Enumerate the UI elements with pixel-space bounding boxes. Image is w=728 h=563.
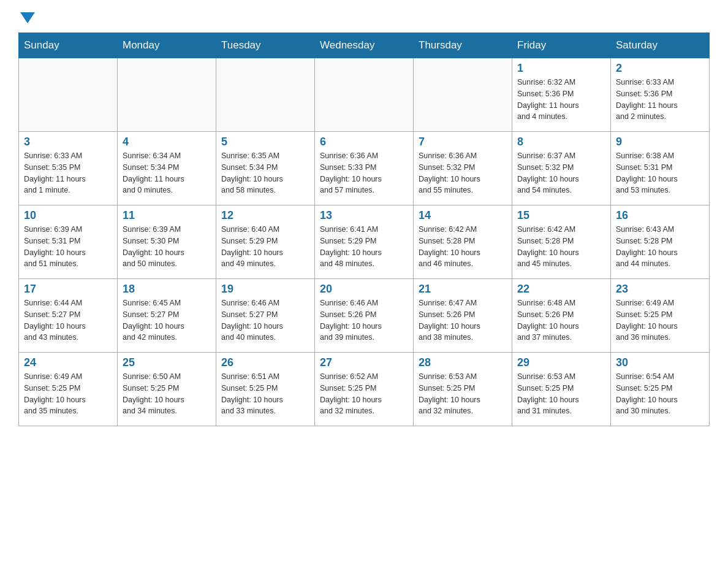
day-info: Sunrise: 6:39 AM Sunset: 5:30 PM Dayligh…	[123, 224, 211, 270]
day-number: 25	[123, 356, 211, 369]
day-number: 5	[221, 136, 309, 148]
day-number: 20	[320, 283, 408, 296]
column-header-tuesday: Tuesday	[216, 33, 315, 58]
calendar-cell: 15Sunrise: 6:42 AM Sunset: 5:28 PM Dayli…	[512, 205, 611, 279]
day-info: Sunrise: 6:39 AM Sunset: 5:31 PM Dayligh…	[24, 224, 112, 270]
day-info: Sunrise: 6:50 AM Sunset: 5:25 PM Dayligh…	[123, 371, 211, 417]
calendar-week-5: 24Sunrise: 6:49 AM Sunset: 5:25 PM Dayli…	[19, 353, 710, 426]
calendar-cell: 1Sunrise: 6:32 AM Sunset: 5:36 PM Daylig…	[512, 58, 611, 132]
calendar-cell: 28Sunrise: 6:53 AM Sunset: 5:25 PM Dayli…	[414, 353, 512, 426]
calendar-cell: 13Sunrise: 6:41 AM Sunset: 5:29 PM Dayli…	[315, 205, 414, 279]
day-info: Sunrise: 6:42 AM Sunset: 5:28 PM Dayligh…	[517, 224, 605, 270]
day-number: 14	[419, 209, 507, 222]
calendar-cell: 29Sunrise: 6:53 AM Sunset: 5:25 PM Dayli…	[512, 353, 611, 426]
day-info: Sunrise: 6:44 AM Sunset: 5:27 PM Dayligh…	[24, 297, 112, 343]
day-number: 30	[616, 356, 704, 369]
calendar-week-4: 17Sunrise: 6:44 AM Sunset: 5:27 PM Dayli…	[19, 279, 710, 353]
calendar-cell: 2Sunrise: 6:33 AM Sunset: 5:36 PM Daylig…	[611, 58, 710, 132]
calendar-cell: 27Sunrise: 6:52 AM Sunset: 5:25 PM Dayli…	[315, 353, 414, 426]
day-info: Sunrise: 6:43 AM Sunset: 5:28 PM Dayligh…	[616, 224, 704, 270]
calendar-cell: 8Sunrise: 6:37 AM Sunset: 5:32 PM Daylig…	[512, 132, 611, 205]
calendar-header-row: SundayMondayTuesdayWednesdayThursdayFrid…	[19, 33, 710, 58]
day-number: 19	[221, 283, 309, 296]
day-info: Sunrise: 6:33 AM Sunset: 5:36 PM Dayligh…	[616, 77, 704, 123]
calendar-cell: 19Sunrise: 6:46 AM Sunset: 5:27 PM Dayli…	[216, 279, 315, 353]
day-number: 11	[123, 209, 211, 222]
calendar-cell	[315, 58, 414, 132]
day-number: 26	[221, 356, 309, 369]
day-info: Sunrise: 6:45 AM Sunset: 5:27 PM Dayligh…	[123, 297, 211, 343]
day-number: 7	[419, 136, 507, 148]
calendar-cell: 22Sunrise: 6:48 AM Sunset: 5:26 PM Dayli…	[512, 279, 611, 353]
day-number: 18	[123, 283, 211, 296]
day-info: Sunrise: 6:34 AM Sunset: 5:34 PM Dayligh…	[123, 150, 211, 196]
day-info: Sunrise: 6:40 AM Sunset: 5:29 PM Dayligh…	[221, 224, 309, 270]
calendar-cell: 12Sunrise: 6:40 AM Sunset: 5:29 PM Dayli…	[216, 205, 315, 279]
day-number: 21	[419, 283, 507, 296]
day-info: Sunrise: 6:46 AM Sunset: 5:27 PM Dayligh…	[221, 297, 309, 343]
calendar-cell: 25Sunrise: 6:50 AM Sunset: 5:25 PM Dayli…	[118, 353, 216, 426]
column-header-wednesday: Wednesday	[315, 33, 414, 58]
column-header-saturday: Saturday	[611, 33, 710, 58]
day-info: Sunrise: 6:35 AM Sunset: 5:34 PM Dayligh…	[221, 150, 309, 196]
calendar-week-1: 1Sunrise: 6:32 AM Sunset: 5:36 PM Daylig…	[19, 58, 710, 132]
calendar-table: SundayMondayTuesdayWednesdayThursdayFrid…	[18, 33, 710, 426]
day-number: 15	[517, 209, 605, 222]
day-info: Sunrise: 6:36 AM Sunset: 5:32 PM Dayligh…	[419, 150, 507, 196]
day-number: 28	[419, 356, 507, 369]
day-info: Sunrise: 6:48 AM Sunset: 5:26 PM Dayligh…	[517, 297, 605, 343]
calendar-cell	[118, 58, 216, 132]
day-number: 2	[616, 62, 704, 75]
calendar-week-3: 10Sunrise: 6:39 AM Sunset: 5:31 PM Dayli…	[19, 205, 710, 279]
day-info: Sunrise: 6:37 AM Sunset: 5:32 PM Dayligh…	[517, 150, 605, 196]
day-info: Sunrise: 6:41 AM Sunset: 5:29 PM Dayligh…	[320, 224, 408, 270]
day-number: 3	[24, 136, 112, 148]
calendar-cell: 16Sunrise: 6:43 AM Sunset: 5:28 PM Dayli…	[611, 205, 710, 279]
column-header-thursday: Thursday	[414, 33, 512, 58]
day-info: Sunrise: 6:53 AM Sunset: 5:25 PM Dayligh…	[517, 371, 605, 417]
calendar-cell: 9Sunrise: 6:38 AM Sunset: 5:31 PM Daylig…	[611, 132, 710, 205]
calendar-cell: 7Sunrise: 6:36 AM Sunset: 5:32 PM Daylig…	[414, 132, 512, 205]
day-info: Sunrise: 6:32 AM Sunset: 5:36 PM Dayligh…	[517, 77, 605, 123]
day-info: Sunrise: 6:33 AM Sunset: 5:35 PM Dayligh…	[24, 150, 112, 196]
day-number: 16	[616, 209, 704, 222]
day-info: Sunrise: 6:53 AM Sunset: 5:25 PM Dayligh…	[419, 371, 507, 417]
calendar-cell: 17Sunrise: 6:44 AM Sunset: 5:27 PM Dayli…	[19, 279, 118, 353]
day-info: Sunrise: 6:49 AM Sunset: 5:25 PM Dayligh…	[616, 297, 704, 343]
day-number: 1	[517, 62, 605, 75]
day-number: 27	[320, 356, 408, 369]
day-number: 22	[517, 283, 605, 296]
day-info: Sunrise: 6:51 AM Sunset: 5:25 PM Dayligh…	[221, 371, 309, 417]
calendar-cell: 18Sunrise: 6:45 AM Sunset: 5:27 PM Dayli…	[118, 279, 216, 353]
day-number: 4	[123, 136, 211, 148]
calendar-cell: 23Sunrise: 6:49 AM Sunset: 5:25 PM Dayli…	[611, 279, 710, 353]
day-info: Sunrise: 6:49 AM Sunset: 5:25 PM Dayligh…	[24, 371, 112, 417]
calendar-cell	[414, 58, 512, 132]
column-header-monday: Monday	[118, 33, 216, 58]
day-info: Sunrise: 6:46 AM Sunset: 5:26 PM Dayligh…	[320, 297, 408, 343]
calendar-cell: 26Sunrise: 6:51 AM Sunset: 5:25 PM Dayli…	[216, 353, 315, 426]
column-header-sunday: Sunday	[19, 33, 118, 58]
calendar-cell: 20Sunrise: 6:46 AM Sunset: 5:26 PM Dayli…	[315, 279, 414, 353]
calendar-cell: 21Sunrise: 6:47 AM Sunset: 5:26 PM Dayli…	[414, 279, 512, 353]
column-header-friday: Friday	[512, 33, 611, 58]
page-header	[18, 12, 710, 20]
calendar-cell: 24Sunrise: 6:49 AM Sunset: 5:25 PM Dayli…	[19, 353, 118, 426]
logo	[18, 12, 37, 20]
day-info: Sunrise: 6:52 AM Sunset: 5:25 PM Dayligh…	[320, 371, 408, 417]
day-number: 23	[616, 283, 704, 296]
day-info: Sunrise: 6:36 AM Sunset: 5:33 PM Dayligh…	[320, 150, 408, 196]
calendar-cell: 3Sunrise: 6:33 AM Sunset: 5:35 PM Daylig…	[19, 132, 118, 205]
day-info: Sunrise: 6:47 AM Sunset: 5:26 PM Dayligh…	[419, 297, 507, 343]
day-number: 17	[24, 283, 112, 296]
day-info: Sunrise: 6:42 AM Sunset: 5:28 PM Dayligh…	[419, 224, 507, 270]
calendar-cell: 6Sunrise: 6:36 AM Sunset: 5:33 PM Daylig…	[315, 132, 414, 205]
logo-triangle-icon	[20, 12, 35, 23]
day-number: 8	[517, 136, 605, 148]
calendar-cell: 4Sunrise: 6:34 AM Sunset: 5:34 PM Daylig…	[118, 132, 216, 205]
day-number: 24	[24, 356, 112, 369]
day-number: 29	[517, 356, 605, 369]
day-number: 10	[24, 209, 112, 222]
calendar-cell	[19, 58, 118, 132]
day-info: Sunrise: 6:38 AM Sunset: 5:31 PM Dayligh…	[616, 150, 704, 196]
